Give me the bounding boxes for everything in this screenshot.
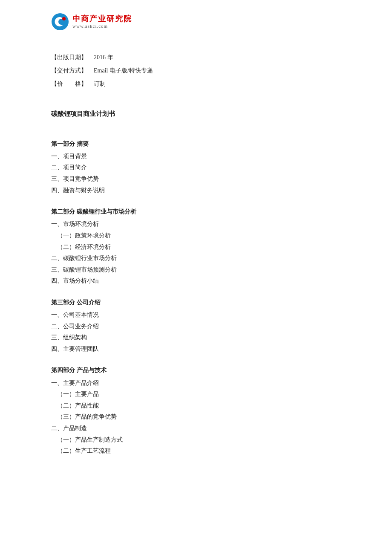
toc-item-2-2: 三、组织架构: [51, 332, 341, 344]
toc-section-header-3: 第四部分 产品与技术: [51, 365, 341, 376]
toc-item-3-1: （一）主要产品: [51, 389, 341, 400]
doc-title-section: 碳酸锂项目商业计划书: [51, 108, 341, 120]
toc-item-1-4: 三、碳酸锂市场预测分析: [51, 264, 341, 276]
toc-item-1-2: （二）经济环境分析: [51, 242, 341, 253]
toc-container: 第一部分 摘要一、项目背景二、项目简介三、项目竞争优势四、融资与财务说明第二部分…: [51, 139, 341, 457]
pub-date-row: 【出版日期】 2016 年: [51, 52, 341, 63]
toc-item-3-4: 二、产品制造: [51, 423, 341, 434]
svg-point-0: [52, 13, 69, 30]
toc-section-header-2: 第三部分 公司介绍: [51, 297, 341, 308]
delivery-row: 【交付方式】 Email 电子版/特快专递: [51, 65, 341, 76]
info-section: 【出版日期】 2016 年 【交付方式】 Email 电子版/特快专递 【价 格…: [51, 52, 341, 90]
toc-item-0-1: 二、项目简介: [51, 162, 341, 173]
toc-item-0-0: 一、项目背景: [51, 151, 341, 162]
logo-sub-text: www.askci.com: [72, 23, 132, 29]
pub-date-label: 【出版日期】: [51, 52, 94, 63]
toc-item-1-1: （一）政策环境分析: [51, 230, 341, 242]
toc-section-0: 第一部分 摘要一、项目背景二、项目简介三、项目竞争优势四、融资与财务说明: [51, 139, 341, 197]
toc-section-header-0: 第一部分 摘要: [51, 139, 341, 149]
toc-item-3-3: （三）产品的竞争优势: [51, 411, 341, 423]
doc-title: 碳酸锂项目商业计划书: [51, 108, 341, 120]
toc-item-3-2: （二）产品性能: [51, 400, 341, 412]
toc-item-2-1: 二、公司业务介绍: [51, 321, 341, 332]
price-row: 【价 格】 订制: [51, 78, 341, 89]
toc-item-2-0: 一、公司基本情况: [51, 309, 341, 321]
toc-item-1-0: 一、市场环境分析: [51, 219, 341, 230]
logo-text-block: 中商产业研究院 www.askci.com: [72, 14, 132, 29]
logo-main-text: 中商产业研究院: [72, 14, 132, 24]
toc-item-3-0: 一、主要产品介绍: [51, 378, 341, 389]
toc-item-0-2: 三、项目竞争优势: [51, 173, 341, 185]
svg-point-1: [62, 17, 66, 20]
toc-item-3-5: （一）产品生产制造方式: [51, 434, 341, 446]
logo-icon: [51, 13, 69, 31]
toc-section-header-1: 第二部分 碳酸锂行业与市场分析: [51, 206, 341, 217]
toc-section-2: 第三部分 公司介绍一、公司基本情况二、公司业务介绍三、组织架构四、主要管理团队: [51, 297, 341, 355]
delivery-label: 【交付方式】: [51, 65, 94, 76]
delivery-value: Email 电子版/特快专递: [94, 65, 153, 76]
toc-item-3-6: （二）生产工艺流程: [51, 445, 341, 457]
price-value: 订制: [94, 78, 106, 89]
toc-item-0-3: 四、融资与财务说明: [51, 185, 341, 197]
pub-date-value: 2016 年: [94, 52, 113, 63]
price-label: 【价 格】: [51, 78, 94, 89]
toc-item-1-5: 四、市场分析小结: [51, 275, 341, 287]
toc-item-1-3: 二、碳酸锂行业市场分析: [51, 253, 341, 264]
toc-section-1: 第二部分 碳酸锂行业与市场分析一、市场环境分析（一）政策环境分析（二）经济环境分…: [51, 206, 341, 287]
logo-area: 中商产业研究院 www.askci.com: [51, 13, 341, 35]
toc-section-3: 第四部分 产品与技术一、主要产品介绍（一）主要产品（二）产品性能（三）产品的竞争…: [51, 365, 341, 457]
toc-item-2-3: 四、主要管理团队: [51, 344, 341, 355]
